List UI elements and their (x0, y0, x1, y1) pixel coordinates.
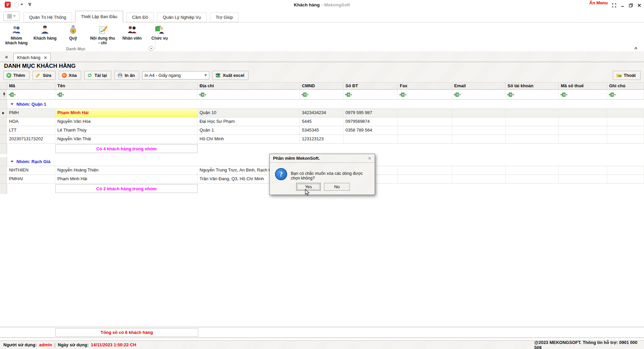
money-bag-icon: $ (68, 24, 78, 35)
row-indicator (0, 166, 7, 175)
minimize-icon[interactable] (620, 3, 625, 7)
cell: 3423434234 (300, 109, 343, 117)
filter-cell[interactable]: aBc (7, 90, 55, 100)
cell (505, 109, 559, 117)
filter-row: aBcaBcaBcaBcaBcaBcaBcaBcaBcaBc (0, 90, 644, 100)
edit-button[interactable]: Sửa (33, 71, 56, 80)
ribbon-item-khach-hang[interactable]: Khách hàng (31, 24, 59, 41)
excel-icon: XLS (215, 73, 221, 78)
ribbon-item-noi-dung-thu-chi[interactable]: Nội dung thu - chi (87, 24, 118, 46)
ribbon-tab-quan-tri-he-thong[interactable]: Quản Trị Hệ Thống (23, 12, 72, 22)
document-tab-khach-hang[interactable]: Khách hàng ✕ (13, 53, 51, 62)
cell: 0358 789 564 (343, 126, 398, 135)
no-button[interactable]: No (324, 183, 350, 191)
delete-button[interactable]: − Xóa (59, 71, 81, 80)
group-name: Nhóm: Rạch Giá (16, 159, 50, 164)
grand-total-label: Tổng số có 6 khách hàng (55, 328, 198, 337)
column-header[interactable]: Địa chỉ (198, 82, 300, 90)
dialog-title-bar[interactable]: Phần mềm MekonSoft. ✕ (270, 154, 375, 163)
cell (452, 109, 505, 117)
exit-button-label: Thoát (624, 73, 636, 78)
filter-cell[interactable]: aBc (452, 90, 505, 100)
export-excel-button[interactable]: XLS Xuất excel (212, 71, 249, 80)
column-header[interactable]: Số tài khoản (505, 82, 559, 90)
copyright-text: @2023 MEKONGSOFT. Thông tin hỗ trợ: 0901… (534, 341, 644, 349)
filter-cell[interactable]: aBc (559, 90, 607, 100)
status-separator: | (54, 342, 55, 347)
column-header[interactable]: Fax (398, 82, 452, 90)
close-all-tabs-icon[interactable]: ✕ (5, 55, 8, 60)
position-icon (154, 24, 165, 35)
column-header[interactable]: Mã số thuế (559, 82, 607, 90)
dialog-title: Phần mềm MekonSoft. (273, 156, 320, 161)
reload-button[interactable]: Tải lại (84, 71, 111, 80)
group-footer-count: Có 2 khách hàng trong nhóm (55, 184, 198, 193)
filter-cell[interactable]: aBc (398, 90, 452, 100)
cell (607, 117, 644, 126)
cell: HOA (7, 117, 55, 126)
filter-cell[interactable]: aBc (55, 90, 198, 100)
cell: 5345345 (300, 126, 343, 135)
filter-cell[interactable]: aBc (343, 90, 398, 100)
column-header[interactable]: CMND (300, 82, 343, 90)
hide-menu-link[interactable]: Ẩn Menu (589, 0, 608, 5)
table-row[interactable]: LTTLê Thanh ThúyQuận 153453450358 789 56… (0, 126, 644, 135)
row-indicator (0, 184, 7, 194)
table-row[interactable]: PMHPhạm Minh HảiQuận 1034234342340979 59… (0, 109, 644, 117)
column-header[interactable]: Số ĐT (343, 82, 398, 90)
ribbon-item-nhom-khach-hang[interactable]: Nhóm khách hàng (2, 24, 31, 46)
cell: Nguyễn Hoàng Thiện (55, 166, 198, 175)
print-button[interactable]: In ấn (114, 71, 139, 80)
collapse-ribbon-icon[interactable]: ^ (634, 46, 637, 51)
column-header[interactable]: Ghi chú (607, 82, 644, 90)
print-format-select[interactable]: In A4 - Giấy ngang (142, 71, 209, 80)
group-name: Nhóm: Quận 1 (16, 102, 46, 107)
app-menu-button[interactable] (3, 11, 19, 21)
customer-list-panel: DANH MỤC KHÁCH HÀNG + Thêm Sửa − Xóa Tải (0, 62, 644, 340)
filter-cell[interactable]: aBc (198, 90, 300, 100)
filter-cell[interactable]: aBc (505, 90, 559, 100)
ribbon-item-chuc-vu[interactable]: Chức vụ (146, 24, 173, 41)
ribbon-tab-thiet-lap-ban-dau[interactable]: Thiết Lập Ban Đầu (75, 11, 123, 22)
title-bar: V Khách hàng - MekongSoft Ẩn Menu (0, 0, 644, 9)
cell: NHTHIEN (7, 166, 55, 175)
column-header[interactable]: Email (452, 82, 505, 90)
dialog-close-icon[interactable]: ✕ (368, 156, 371, 161)
close-icon[interactable] (637, 3, 641, 7)
ribbon-tab-cam-do[interactable]: Cầm Đồ (126, 12, 154, 22)
question-icon: ? (275, 168, 287, 180)
table-row[interactable]: 20230713173202Nguyễn Văn TháiHồ Chí Minh… (0, 135, 644, 144)
filter-pin-icon[interactable] (0, 90, 7, 100)
cell (505, 175, 559, 184)
exit-icon (616, 73, 622, 78)
ribbon-tab-tro-giup[interactable]: Trợ Giúp (210, 12, 238, 22)
ribbon-item-label: Nhóm khách hàng (5, 36, 28, 46)
filter-cell[interactable]: aBc (300, 90, 343, 100)
row-indicator (0, 144, 7, 154)
print-button-label: In ấn (125, 73, 135, 78)
ribbon-item-quy[interactable]: $ Quỹ (59, 24, 87, 41)
table-row[interactable]: HOANguyễn Văn HòaĐại Học Sư Phạm54450979… (0, 117, 644, 126)
restore-icon[interactable] (629, 3, 633, 7)
exit-button[interactable]: Thoát (613, 71, 641, 80)
close-tab-icon[interactable]: ✕ (44, 55, 47, 60)
column-header[interactable]: Tên (55, 82, 198, 90)
delete-button-label: Xóa (69, 73, 77, 78)
customer-group-icon (11, 24, 22, 35)
group-header-row[interactable]: Nhóm: Quận 1 (0, 100, 644, 109)
row-indicator (0, 109, 7, 117)
filter-cell[interactable]: aBc (607, 90, 644, 100)
fullscreen-icon[interactable] (612, 3, 616, 7)
ribbon-item-nhan-vien[interactable]: Nhân viên (118, 24, 146, 41)
collapse-group-icon[interactable] (11, 161, 13, 162)
user-value: admin (39, 342, 52, 347)
group-footer-count: Có 4 khách hàng trong nhóm (55, 144, 198, 153)
group-dialog-launcher-icon[interactable]: ▾ (149, 46, 154, 51)
add-button[interactable]: + Thêm (3, 71, 30, 80)
auto-filter-icon: aBc (560, 93, 568, 97)
cell: 5445 (300, 117, 343, 126)
ribbon-tab-quan-ly-nghiep-vu[interactable]: Quản Lý Nghiệp Vụ (157, 12, 206, 22)
column-header[interactable]: Mã (7, 82, 55, 90)
cell (398, 126, 452, 135)
collapse-group-icon[interactable] (11, 103, 13, 105)
